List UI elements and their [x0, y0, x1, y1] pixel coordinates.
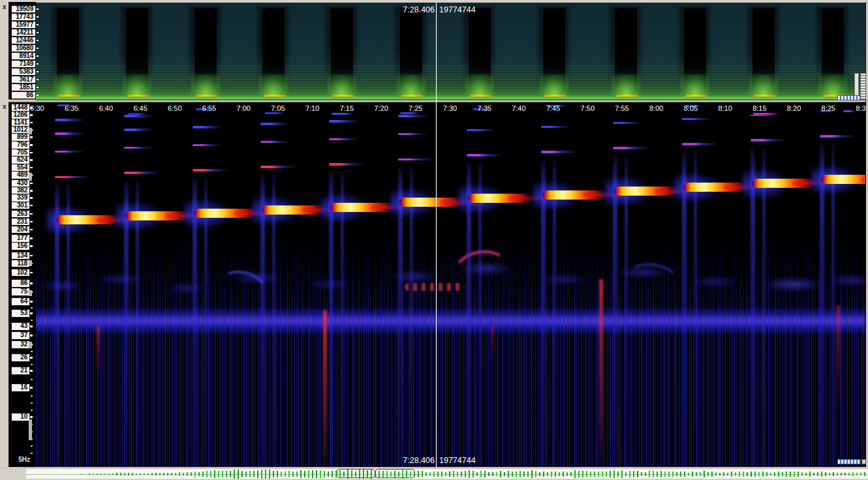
- freq-tick-mark: [37, 63, 39, 65]
- call-foot-glow: [465, 74, 495, 97]
- waveform-spike: [155, 473, 157, 475]
- waveform-overview[interactable]: [26, 469, 868, 479]
- waveform-spike: [202, 472, 204, 477]
- waveform-spike: [320, 470, 321, 478]
- cursor-time-readout: 7:28.406: [352, 5, 435, 14]
- waveform-spike: [841, 473, 842, 475]
- freq-tick-mark: [30, 167, 33, 169]
- waveform-spike: [163, 473, 164, 475]
- waveform-spike: [429, 472, 431, 476]
- freq-tick-mark: [30, 229, 33, 231]
- waveform-spike: [531, 470, 533, 477]
- waveform-spike: [112, 473, 114, 475]
- red-streak: [837, 305, 840, 417]
- freq-tick-mark: [37, 8, 39, 10]
- main-spectrogram-canvas[interactable]: [36, 115, 865, 467]
- waveform-spike: [625, 472, 627, 477]
- waveform-spike: [128, 473, 129, 475]
- waveform-spike: [285, 472, 286, 477]
- waveform-spike: [151, 473, 153, 475]
- freq-tick-mark: [30, 255, 33, 257]
- time-tick-label: 8:15: [752, 104, 766, 112]
- freq-minor-tick: [31, 379, 33, 380]
- waveform-spike: [770, 473, 771, 476]
- call-harmonic-dash: [260, 123, 290, 125]
- waveform-spike: [813, 473, 814, 476]
- call-foot-glow: [818, 74, 848, 97]
- waveform-spike: [590, 472, 591, 477]
- waveform-spike: [89, 473, 90, 475]
- call-harmonic-dash: [260, 166, 297, 168]
- waveform-spike: [837, 473, 838, 476]
- close-icon[interactable]: x: [3, 104, 9, 110]
- freq-tick-mark: [37, 24, 39, 25]
- freq-tick-label: 102: [11, 269, 30, 277]
- call-foot-glow: [258, 74, 288, 97]
- waveform-spike: [848, 473, 850, 476]
- selection-region-left[interactable]: [337, 469, 375, 478]
- waveform-spike: [715, 472, 717, 476]
- time-tick-label: 7:20: [374, 104, 388, 112]
- time-tick-label: 6:40: [99, 104, 113, 112]
- waveform-spike: [637, 471, 638, 477]
- red-streak: [97, 326, 100, 378]
- freq-minor-tick: [31, 395, 33, 397]
- waveform-spike: [762, 472, 764, 476]
- call-harmonic-dash: [751, 139, 787, 142]
- waveform-spike: [469, 470, 470, 477]
- waveform-spike: [171, 473, 172, 475]
- cursor-time-readout: 7:28.406: [352, 456, 435, 465]
- playback-cursor[interactable]: [436, 3, 437, 467]
- waveform-spike: [523, 472, 525, 477]
- freq-minor-tick: [31, 410, 33, 411]
- spectral-dash: [265, 112, 285, 114]
- freq-tick-label: 26: [11, 353, 30, 362]
- call-harmonic-dash: [329, 138, 359, 141]
- call-harmonic-dash: [55, 132, 85, 135]
- waveform-spike: [543, 472, 544, 477]
- waveform-spike: [300, 470, 302, 477]
- close-icon[interactable]: x: [3, 4, 9, 10]
- spectral-dash: [753, 113, 779, 115]
- freq-tick-label: 7149: [11, 60, 36, 68]
- waveform-spike: [704, 471, 705, 477]
- waveform-spike: [864, 472, 865, 476]
- freq-tick-mark: [30, 122, 33, 124]
- waveform-spike: [551, 472, 552, 477]
- time-tick-label: 7:25: [409, 104, 422, 112]
- call-harmonic-dash: [820, 135, 856, 138]
- waveform-spike: [245, 472, 247, 477]
- waveform-spike: [629, 471, 630, 478]
- waveform-spike: [707, 472, 709, 476]
- waveform-spike: [617, 472, 619, 477]
- waveform-spike: [829, 473, 830, 475]
- app-window: x 6:306:356:406:456:506:557:007:057:107:…: [0, 0, 868, 480]
- selection-region-right[interactable]: [375, 469, 415, 478]
- waveform-spike: [461, 472, 462, 477]
- top-spectrogram-green-texture: [36, 65, 865, 100]
- freq-tick-label: 301: [11, 202, 30, 210]
- call-harmonic-dash: [124, 172, 161, 174]
- call-comet: [821, 175, 865, 184]
- h-scroll-end-button[interactable]: [861, 459, 866, 464]
- waveform-spike: [104, 473, 106, 475]
- time-tick-label: 8:10: [718, 104, 732, 112]
- h-scroll-indicator-top[interactable]: [837, 95, 861, 100]
- top-spectrogram-canvas[interactable]: [36, 3, 865, 100]
- waveform-spike: [296, 472, 298, 477]
- time-axis[interactable]: 6:306:356:406:456:506:557:007:057:107:15…: [10, 102, 866, 115]
- call-harmonic-dash: [55, 119, 85, 121]
- h-scroll-indicator-main[interactable]: [837, 459, 861, 464]
- freq-tick-mark: [30, 159, 33, 161]
- freq-tick-label: 12446: [11, 37, 36, 45]
- waveform-spike: [500, 471, 501, 477]
- zoom-level-indicator[interactable]: [860, 73, 866, 99]
- freq-tick-mark: [30, 272, 33, 274]
- freq-tick-label: 53: [11, 309, 30, 318]
- waveform-spike: [492, 472, 493, 476]
- freq-scale-marker: [29, 173, 32, 181]
- waveform-spike: [230, 471, 231, 478]
- waveform-spike: [508, 471, 509, 477]
- waveform-spike: [144, 473, 145, 475]
- time-tick-label: 8:30: [856, 104, 866, 112]
